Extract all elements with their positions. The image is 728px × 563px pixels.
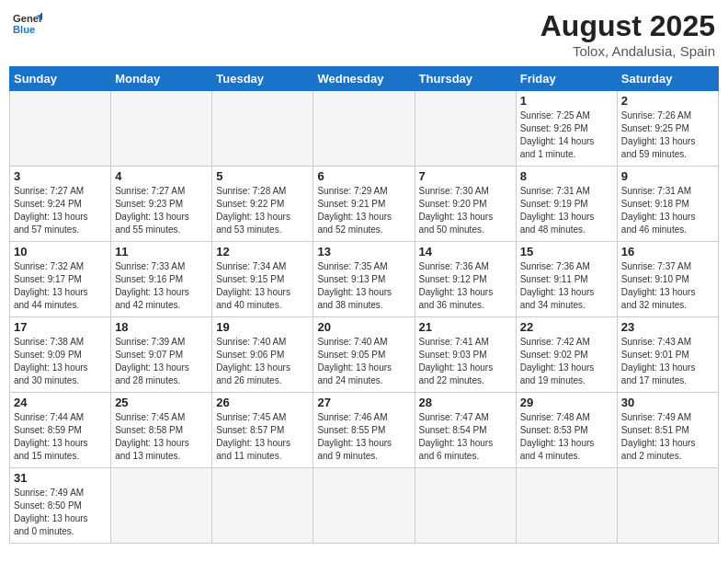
day-number: 7 — [419, 169, 512, 183]
day-number: 11 — [115, 245, 208, 259]
calendar-cell — [415, 91, 516, 167]
day-number: 25 — [115, 396, 208, 409]
svg-text:General: General — [13, 13, 42, 24]
calendar-cell: 6Sunrise: 7:29 AM Sunset: 9:21 PM Daylig… — [313, 167, 415, 242]
day-info: Sunrise: 7:45 AM Sunset: 8:58 PM Dayligh… — [115, 411, 208, 463]
day-info: Sunrise: 7:45 AM Sunset: 8:57 PM Dayligh… — [216, 411, 309, 463]
day-info: Sunrise: 7:29 AM Sunset: 9:21 PM Dayligh… — [317, 185, 410, 236]
calendar-cell — [111, 468, 212, 544]
page-header: General Blue August 2025 Tolox, Andalusi… — [9, 9, 719, 59]
day-info: Sunrise: 7:39 AM Sunset: 9:07 PM Dayligh… — [115, 336, 208, 387]
week-row-2: 3Sunrise: 7:27 AM Sunset: 9:24 PM Daylig… — [10, 167, 719, 242]
calendar-cell: 16Sunrise: 7:37 AM Sunset: 9:10 PM Dayli… — [617, 242, 718, 317]
calendar-cell: 2Sunrise: 7:26 AM Sunset: 9:25 PM Daylig… — [617, 91, 718, 167]
day-number: 19 — [216, 320, 309, 334]
calendar-cell: 8Sunrise: 7:31 AM Sunset: 9:19 PM Daylig… — [516, 167, 617, 242]
weekday-header-monday: Monday — [111, 67, 212, 91]
week-row-6: 31Sunrise: 7:49 AM Sunset: 8:50 PM Dayli… — [10, 468, 719, 544]
calendar-cell: 22Sunrise: 7:42 AM Sunset: 9:02 PM Dayli… — [516, 317, 617, 393]
day-number: 22 — [520, 320, 613, 334]
calendar-cell: 11Sunrise: 7:33 AM Sunset: 9:16 PM Dayli… — [111, 242, 212, 317]
calendar-cell — [617, 468, 718, 544]
svg-text:Blue: Blue — [13, 24, 35, 35]
week-row-5: 24Sunrise: 7:44 AM Sunset: 8:59 PM Dayli… — [10, 393, 719, 468]
logo: General Blue — [13, 9, 42, 39]
day-number: 23 — [621, 320, 714, 334]
calendar-cell: 26Sunrise: 7:45 AM Sunset: 8:57 PM Dayli… — [212, 393, 313, 468]
calendar-cell: 27Sunrise: 7:46 AM Sunset: 8:55 PM Dayli… — [313, 393, 415, 468]
calendar-cell: 23Sunrise: 7:43 AM Sunset: 9:01 PM Dayli… — [617, 317, 718, 393]
calendar-cell: 4Sunrise: 7:27 AM Sunset: 9:23 PM Daylig… — [111, 167, 212, 242]
day-number: 16 — [621, 245, 714, 259]
day-info: Sunrise: 7:38 AM Sunset: 9:09 PM Dayligh… — [14, 336, 107, 387]
calendar-cell — [313, 468, 415, 544]
day-info: Sunrise: 7:43 AM Sunset: 9:01 PM Dayligh… — [621, 336, 714, 387]
calendar-cell: 3Sunrise: 7:27 AM Sunset: 9:24 PM Daylig… — [10, 167, 111, 242]
calendar-cell — [212, 468, 313, 544]
day-info: Sunrise: 7:34 AM Sunset: 9:15 PM Dayligh… — [216, 260, 309, 312]
day-info: Sunrise: 7:35 AM Sunset: 9:13 PM Dayligh… — [317, 260, 410, 312]
calendar-cell: 7Sunrise: 7:30 AM Sunset: 9:20 PM Daylig… — [415, 167, 516, 242]
calendar-table: SundayMondayTuesdayWednesdayThursdayFrid… — [9, 66, 719, 544]
day-number: 31 — [14, 471, 107, 485]
day-number: 5 — [216, 169, 309, 183]
day-info: Sunrise: 7:49 AM Sunset: 8:50 PM Dayligh… — [14, 487, 107, 538]
day-info: Sunrise: 7:46 AM Sunset: 8:55 PM Dayligh… — [317, 411, 410, 463]
day-number: 14 — [419, 245, 512, 259]
calendar-cell: 29Sunrise: 7:48 AM Sunset: 8:53 PM Dayli… — [516, 393, 617, 468]
calendar-cell: 1Sunrise: 7:25 AM Sunset: 9:26 PM Daylig… — [516, 91, 617, 167]
calendar-cell: 17Sunrise: 7:38 AM Sunset: 9:09 PM Dayli… — [10, 317, 111, 393]
day-info: Sunrise: 7:27 AM Sunset: 9:23 PM Dayligh… — [115, 185, 208, 236]
day-number: 24 — [14, 396, 107, 409]
day-number: 17 — [14, 320, 107, 334]
day-number: 21 — [419, 320, 512, 334]
day-info: Sunrise: 7:47 AM Sunset: 8:54 PM Dayligh… — [419, 411, 512, 463]
day-info: Sunrise: 7:37 AM Sunset: 9:10 PM Dayligh… — [621, 260, 714, 312]
calendar-cell — [313, 91, 415, 167]
day-info: Sunrise: 7:36 AM Sunset: 9:11 PM Dayligh… — [520, 260, 613, 312]
week-row-3: 10Sunrise: 7:32 AM Sunset: 9:17 PM Dayli… — [10, 242, 719, 317]
day-number: 18 — [115, 320, 208, 334]
day-info: Sunrise: 7:40 AM Sunset: 9:06 PM Dayligh… — [216, 336, 309, 387]
weekday-header-row: SundayMondayTuesdayWednesdayThursdayFrid… — [10, 67, 719, 91]
day-number: 20 — [317, 320, 410, 334]
weekday-header-thursday: Thursday — [415, 67, 516, 91]
calendar-cell: 9Sunrise: 7:31 AM Sunset: 9:18 PM Daylig… — [617, 167, 718, 242]
day-info: Sunrise: 7:49 AM Sunset: 8:51 PM Dayligh… — [621, 411, 714, 463]
calendar-cell: 24Sunrise: 7:44 AM Sunset: 8:59 PM Dayli… — [10, 393, 111, 468]
day-info: Sunrise: 7:27 AM Sunset: 9:24 PM Dayligh… — [14, 185, 107, 236]
day-number: 13 — [317, 245, 410, 259]
calendar-cell: 20Sunrise: 7:40 AM Sunset: 9:05 PM Dayli… — [313, 317, 415, 393]
day-info: Sunrise: 7:42 AM Sunset: 9:02 PM Dayligh… — [520, 336, 613, 387]
day-info: Sunrise: 7:26 AM Sunset: 9:25 PM Dayligh… — [621, 109, 714, 161]
calendar-cell: 30Sunrise: 7:49 AM Sunset: 8:51 PM Dayli… — [617, 393, 718, 468]
calendar-cell: 21Sunrise: 7:41 AM Sunset: 9:03 PM Dayli… — [415, 317, 516, 393]
calendar-cell: 15Sunrise: 7:36 AM Sunset: 9:11 PM Dayli… — [516, 242, 617, 317]
day-number: 12 — [216, 245, 309, 259]
day-info: Sunrise: 7:40 AM Sunset: 9:05 PM Dayligh… — [317, 336, 410, 387]
calendar-cell: 18Sunrise: 7:39 AM Sunset: 9:07 PM Dayli… — [111, 317, 212, 393]
day-info: Sunrise: 7:32 AM Sunset: 9:17 PM Dayligh… — [14, 260, 107, 312]
day-number: 2 — [621, 94, 714, 108]
day-info: Sunrise: 7:25 AM Sunset: 9:26 PM Dayligh… — [520, 109, 613, 161]
calendar-cell: 25Sunrise: 7:45 AM Sunset: 8:58 PM Dayli… — [111, 393, 212, 468]
day-number: 27 — [317, 396, 410, 409]
calendar-cell: 14Sunrise: 7:36 AM Sunset: 9:12 PM Dayli… — [415, 242, 516, 317]
day-number: 8 — [520, 169, 613, 183]
calendar-cell: 5Sunrise: 7:28 AM Sunset: 9:22 PM Daylig… — [212, 167, 313, 242]
day-number: 4 — [115, 169, 208, 183]
day-info: Sunrise: 7:30 AM Sunset: 9:20 PM Dayligh… — [419, 185, 512, 236]
day-info: Sunrise: 7:44 AM Sunset: 8:59 PM Dayligh… — [14, 411, 107, 463]
day-info: Sunrise: 7:31 AM Sunset: 9:19 PM Dayligh… — [520, 185, 613, 236]
calendar-cell: 31Sunrise: 7:49 AM Sunset: 8:50 PM Dayli… — [10, 468, 111, 544]
day-number: 1 — [520, 94, 613, 108]
calendar-cell: 10Sunrise: 7:32 AM Sunset: 9:17 PM Dayli… — [10, 242, 111, 317]
day-info: Sunrise: 7:31 AM Sunset: 9:18 PM Dayligh… — [621, 185, 714, 236]
calendar-cell — [516, 468, 617, 544]
week-row-4: 17Sunrise: 7:38 AM Sunset: 9:09 PM Dayli… — [10, 317, 719, 393]
calendar-cell — [212, 91, 313, 167]
day-number: 6 — [317, 169, 410, 183]
day-number: 29 — [520, 396, 613, 409]
day-number: 9 — [621, 169, 714, 183]
day-info: Sunrise: 7:36 AM Sunset: 9:12 PM Dayligh… — [419, 260, 512, 312]
